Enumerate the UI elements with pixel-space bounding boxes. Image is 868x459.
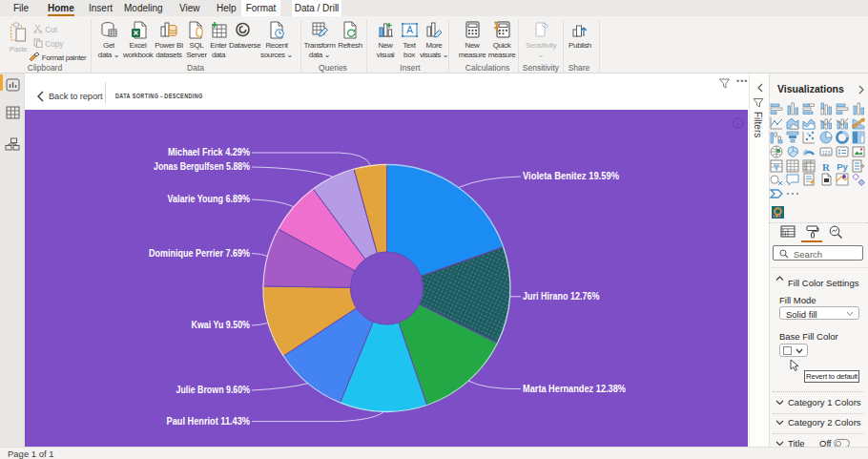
svg-text:Paul Henriot 11.43%: Paul Henriot 11.43% bbox=[167, 416, 250, 427]
svg-text:Michael Frick 4.29%: Michael Frick 4.29% bbox=[168, 147, 250, 157]
svg-text:Julie Brown 9.60%: Julie Brown 9.60% bbox=[176, 385, 251, 395]
svg-text:Dominique Perrier 7.69%: Dominique Perrier 7.69% bbox=[149, 248, 250, 259]
svg-text:Violeta Benitez 19.59%: Violeta Benitez 19.59% bbox=[523, 171, 619, 181]
svg-text:Py: Py bbox=[837, 161, 848, 172]
svg-text:Marta Hernandez 12.38%: Marta Hernandez 12.38% bbox=[523, 384, 626, 394]
svg-text:A: A bbox=[406, 25, 413, 35]
svg-text:Valarie Young 6.89%: Valarie Young 6.89% bbox=[168, 194, 251, 204]
svg-text:Kwai Yu 9.50%: Kwai Yu 9.50% bbox=[192, 320, 251, 330]
svg-text:R: R bbox=[822, 160, 831, 172]
svg-text:Juri Hirano 12.76%: Juri Hirano 12.76% bbox=[523, 291, 599, 302]
svg-text:123: 123 bbox=[821, 149, 830, 155]
svg-text:Jonas Bergulfsen 5.88%: Jonas Bergulfsen 5.88% bbox=[154, 161, 250, 172]
